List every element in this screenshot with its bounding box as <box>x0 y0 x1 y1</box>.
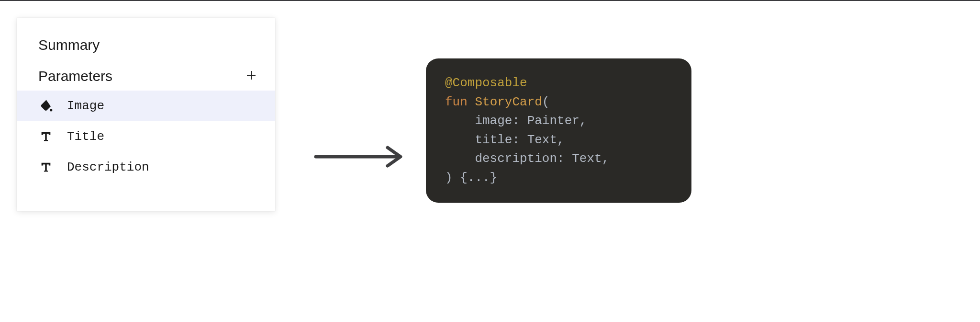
plus-icon <box>245 69 257 83</box>
add-parameter-button[interactable] <box>242 67 261 86</box>
parameter-row-title[interactable]: Title <box>17 121 275 152</box>
paren-token: ( <box>542 95 550 109</box>
parameters-header: Parameters <box>17 67 275 86</box>
parameters-heading: Parameters <box>38 68 112 84</box>
summary-heading: Summary <box>17 37 275 53</box>
keyword-token: fun <box>445 95 468 109</box>
code-line: fun StoryCard( <box>445 93 672 112</box>
parameter-label: Image <box>67 99 104 113</box>
parameter-row-description[interactable]: Description <box>17 152 275 183</box>
annotation-token: @Composable <box>445 76 527 90</box>
code-block: @Composable fun StoryCard( image: Painte… <box>426 58 691 203</box>
code-line: @Composable <box>445 74 672 93</box>
parameter-label: Description <box>67 160 149 174</box>
function-name-token: StoryCard <box>475 95 542 109</box>
svg-point-2 <box>50 109 53 112</box>
code-line: image: Painter, <box>445 112 672 131</box>
paint-bucket-icon <box>38 98 54 114</box>
code-line: title: Text, <box>445 131 672 150</box>
parameter-row-image[interactable]: Image <box>17 91 275 121</box>
code-line: ) {...} <box>445 169 672 188</box>
arrow-right-icon <box>313 145 404 169</box>
properties-panel: Summary Parameters Image Titl <box>17 18 275 211</box>
parameter-label: Title <box>67 129 104 144</box>
text-icon <box>38 129 54 144</box>
code-line: description: Text, <box>445 150 672 169</box>
text-icon <box>38 160 54 175</box>
